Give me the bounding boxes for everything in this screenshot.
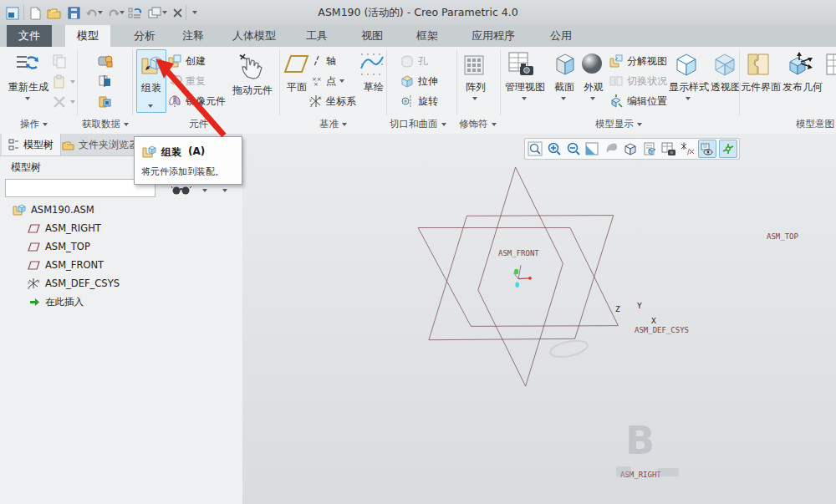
datum-display-filter-icon[interactable]: / [680, 140, 696, 157]
plane-button[interactable] [284, 53, 309, 75]
pattern-caret[interactable] [472, 97, 477, 100]
datum-plane-icon [28, 224, 40, 233]
manage-views-button[interactable] [508, 52, 535, 77]
group-modifiers[interactable]: 修饰符 [459, 117, 497, 131]
edit-position-button[interactable]: 编辑位置 [609, 93, 667, 109]
group-cut-surface-label: 切口和曲面 [390, 118, 438, 130]
tab-analysis[interactable]: 分析 [122, 25, 167, 47]
tab-model-tree[interactable]: 模型树 [2, 134, 61, 155]
saved-orientations-icon[interactable] [641, 140, 658, 157]
revolve-label: 旋转 [418, 94, 438, 109]
tree-row-asm-right[interactable]: ASM_RIGHT [28, 219, 101, 237]
perspective-button[interactable] [712, 52, 737, 77]
repeat-button[interactable]: 重复 [167, 73, 206, 89]
shrinkwrap-button[interactable] [98, 94, 113, 109]
tab-tools[interactable]: 工具 [294, 25, 339, 47]
divider [500, 50, 501, 115]
tab-model[interactable]: 模型 [65, 25, 110, 47]
search-glasses-icon[interactable] [171, 184, 193, 196]
display-style-caret[interactable] [686, 97, 691, 100]
paste-button[interactable] [52, 74, 75, 90]
copy-button[interactable] [52, 53, 67, 69]
manage-views-caret[interactable] [522, 97, 527, 100]
component-interface-button[interactable] [746, 52, 771, 77]
sketch-button[interactable] [359, 52, 385, 77]
group-model-display[interactable]: 模型显示 [595, 117, 642, 131]
assemble-tooltip: 组装 (A) 将元件添加到装配。 [134, 136, 242, 185]
assemble-button[interactable]: 组装 [136, 49, 166, 113]
publish-geometry-button[interactable] [788, 52, 814, 77]
group-get-data[interactable]: 获取数据 [82, 117, 129, 131]
annotation-display-icon[interactable] [698, 140, 716, 158]
asm-front-plane-label[interactable]: ASM_FRONT [498, 249, 539, 257]
toggle-status-button[interactable]: 切换状况 [609, 73, 667, 89]
zoom-in-icon[interactable] [546, 140, 563, 157]
tab-common[interactable]: 公用 [538, 25, 584, 47]
display-style-toggle-icon[interactable] [622, 140, 639, 157]
extrude-button[interactable]: 拉伸 [400, 73, 438, 89]
y-axis-handle[interactable] [515, 282, 519, 288]
z-axis-handle[interactable] [514, 269, 518, 275]
asm-def-csys-label[interactable]: ASM_DEF_CSYS [635, 326, 689, 334]
tree-search-input[interactable] [5, 179, 155, 197]
regenerate-button[interactable] [15, 52, 38, 75]
tree-row-assembly[interactable]: ASM190.ASM [12, 201, 94, 219]
drag-component-button[interactable] [237, 52, 266, 80]
refit-icon[interactable] [584, 140, 600, 157]
spin-center-icon[interactable] [719, 140, 737, 158]
copy-geometry-button[interactable] [98, 74, 113, 89]
asm-top-plane-label[interactable]: ASM_TOP [767, 232, 798, 241]
mirror-component-button[interactable]: 镜像元件 [167, 93, 226, 109]
section-button[interactable] [552, 53, 575, 76]
svg-text:y: y [28, 279, 30, 285]
tree-row-insert-here[interactable]: 在此插入 [29, 293, 84, 311]
display-style-button[interactable] [674, 52, 699, 77]
user-defined-feature-button[interactable] [97, 53, 114, 69]
x-axis-handle[interactable] [528, 277, 532, 280]
tab-framework[interactable]: 框架 [405, 25, 450, 47]
tab-folder-browser[interactable]: 文件夹浏览器 [55, 134, 145, 155]
appearance-caret[interactable] [590, 97, 595, 100]
group-model-intent[interactable]: 模型意图 [796, 117, 836, 131]
point-caret[interactable] [339, 79, 344, 83]
divider [77, 50, 78, 115]
delete-button[interactable] [52, 94, 75, 110]
tab-annotate[interactable]: 注释 [171, 25, 216, 47]
repaint-icon[interactable] [603, 140, 619, 157]
family-table-button[interactable] [826, 52, 836, 77]
create-button[interactable]: 创建 [167, 53, 206, 69]
manage-views-icon [508, 52, 535, 77]
assemble-caret[interactable] [148, 104, 153, 108]
pattern-icon [463, 53, 487, 76]
axis-button[interactable]: 轴 [311, 53, 336, 69]
tree-filter-caret[interactable] [202, 189, 207, 192]
group-datum[interactable]: 基准 [319, 117, 347, 131]
revolve-button[interactable]: 旋转 [400, 93, 438, 109]
group-caret [342, 123, 347, 126]
z-axis-label: Z [615, 304, 620, 313]
group-component[interactable]: 元件 [189, 117, 217, 131]
tree-row-asm-def-csys[interactable]: xyz ASM_DEF_CSYS [28, 274, 120, 293]
zoom-out-icon[interactable] [565, 140, 582, 157]
csys-button[interactable]: xyz 坐标系 [309, 93, 356, 109]
view-manager-icon[interactable] [660, 140, 677, 157]
explode-view-button[interactable]: 分解视图 [609, 53, 667, 69]
tab-file[interactable]: 文件 [7, 25, 52, 47]
tab-view[interactable]: 视图 [349, 25, 395, 47]
section-caret[interactable] [561, 97, 566, 100]
regenerate-caret[interactable] [25, 97, 30, 100]
title-bar: ASM190 (活动的) - Creo Parametric 4.0 [0, 0, 836, 26]
tree-row-asm-front[interactable]: ASM_FRONT [28, 256, 104, 274]
tab-manikin[interactable]: 人体模型 [221, 25, 288, 47]
zoom-region-icon[interactable] [527, 140, 543, 157]
group-operations[interactable]: 操作 [20, 117, 48, 131]
group-cut-surface[interactable]: 切口和曲面 [390, 117, 446, 131]
tree-row-asm-top[interactable]: ASM_TOP [28, 237, 90, 256]
appearance-button[interactable] [580, 52, 604, 75]
hole-button[interactable]: 孔 [400, 53, 428, 69]
tree-settings-caret[interactable] [222, 189, 227, 192]
tab-applications[interactable]: 应用程序 [460, 25, 527, 47]
pattern-button[interactable] [463, 53, 487, 76]
point-button[interactable]: ××× 点 [311, 73, 344, 89]
component-interface-icon [746, 52, 771, 77]
